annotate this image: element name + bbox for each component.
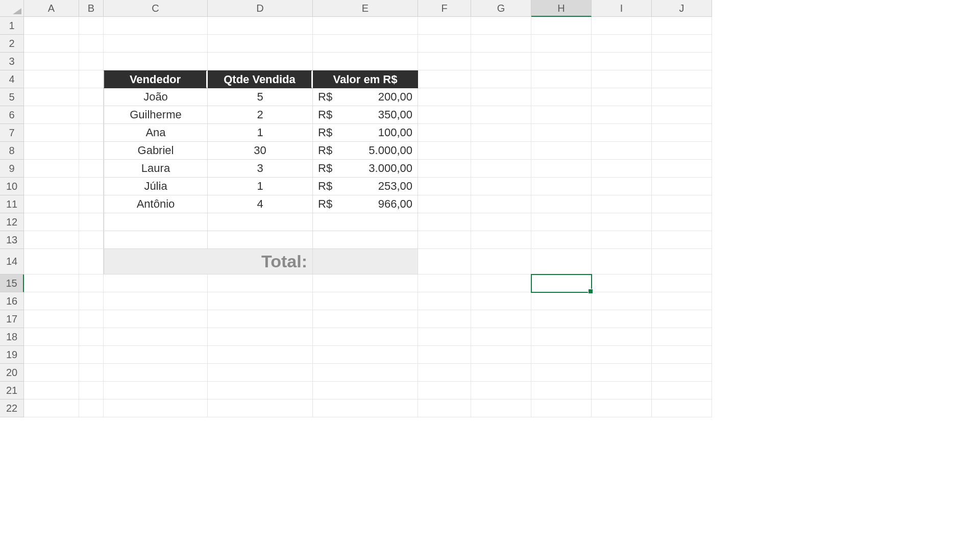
cell-C21[interactable] [104,382,208,399]
cell-A16[interactable] [24,292,79,310]
cell-G4[interactable] [471,70,531,88]
row-header-2[interactable]: 2 [0,35,24,53]
cell-E5[interactable]: R$200,00 [313,88,418,106]
col-header-D[interactable]: D [208,0,313,17]
cell-G16[interactable] [471,292,531,310]
cell-J2[interactable] [652,35,712,53]
cell-C1[interactable] [104,17,208,35]
cell-B15[interactable] [79,274,104,292]
cell-E16[interactable] [313,292,418,310]
cell-J21[interactable] [652,382,712,399]
row-header-20[interactable]: 20 [0,364,24,382]
cell-E6[interactable]: R$350,00 [313,106,418,124]
cell-C7[interactable]: Ana [104,124,208,142]
cell-I4[interactable] [592,70,652,88]
cell-D4[interactable]: Qtde Vendida [208,70,313,88]
cell-A3[interactable] [24,53,79,70]
row-header-22[interactable]: 22 [0,399,24,417]
cell-B12[interactable] [79,213,104,231]
cell-B10[interactable] [79,178,104,195]
cell-A15[interactable] [24,274,79,292]
cell-C20[interactable] [104,364,208,382]
cell-C10[interactable]: Júlia [104,178,208,195]
cell-A7[interactable] [24,124,79,142]
cell-I9[interactable] [592,160,652,178]
cell-B8[interactable] [79,142,104,160]
cell-H2[interactable] [531,35,592,53]
cell-A1[interactable] [24,17,79,35]
cell-J14[interactable] [652,249,712,274]
cell-F11[interactable] [418,195,471,213]
cell-J13[interactable] [652,231,712,249]
cell-E1[interactable] [313,17,418,35]
cell-B6[interactable] [79,106,104,124]
cell-G17[interactable] [471,310,531,328]
cell-J12[interactable] [652,213,712,231]
row-header-14[interactable]: 14 [0,249,24,274]
row-header-8[interactable]: 8 [0,142,24,160]
cell-B9[interactable] [79,160,104,178]
cell-D7[interactable]: 1 [208,124,313,142]
cell-A14[interactable] [24,249,79,274]
cell-E15[interactable] [313,274,418,292]
row-header-3[interactable]: 3 [0,53,24,70]
cell-H1[interactable] [531,17,592,35]
cell-I6[interactable] [592,106,652,124]
cell-F2[interactable] [418,35,471,53]
cell-G20[interactable] [471,364,531,382]
cell-H18[interactable] [531,328,592,346]
cell-C18[interactable] [104,328,208,346]
col-header-B[interactable]: B [79,0,104,17]
cell-E13[interactable] [313,231,418,249]
cell-F17[interactable] [418,310,471,328]
cell-A21[interactable] [24,382,79,399]
cell-I8[interactable] [592,142,652,160]
cell-I18[interactable] [592,328,652,346]
cell-J15[interactable] [652,274,712,292]
cell-E7[interactable]: R$100,00 [313,124,418,142]
cell-H20[interactable] [531,364,592,382]
cell-E8[interactable]: R$5.000,00 [313,142,418,160]
cell-B18[interactable] [79,328,104,346]
cell-I20[interactable] [592,364,652,382]
cell-H22[interactable] [531,399,592,417]
cell-E4[interactable]: Valor em R$ [313,70,418,88]
cell-D19[interactable] [208,346,313,364]
row-header-4[interactable]: 4 [0,70,24,88]
cell-F19[interactable] [418,346,471,364]
cell-J11[interactable] [652,195,712,213]
col-header-J[interactable]: J [652,0,712,17]
cell-A10[interactable] [24,178,79,195]
cell-B14[interactable] [79,249,104,274]
cell-E12[interactable] [313,213,418,231]
cell-I1[interactable] [592,17,652,35]
col-header-G[interactable]: G [471,0,531,17]
cell-G10[interactable] [471,178,531,195]
cell-A19[interactable] [24,346,79,364]
cell-C3[interactable] [104,53,208,70]
cell-H11[interactable] [531,195,592,213]
cell-A13[interactable] [24,231,79,249]
cell-J4[interactable] [652,70,712,88]
cell-C14[interactable] [104,249,208,274]
cell-H4[interactable] [531,70,592,88]
cell-J8[interactable] [652,142,712,160]
cell-D10[interactable]: 1 [208,178,313,195]
cell-E20[interactable] [313,364,418,382]
cell-H15[interactable] [531,274,592,292]
cell-A17[interactable] [24,310,79,328]
row-header-17[interactable]: 17 [0,310,24,328]
cell-F5[interactable] [418,88,471,106]
row-header-11[interactable]: 11 [0,195,24,213]
cell-I19[interactable] [592,346,652,364]
cell-B1[interactable] [79,17,104,35]
cell-D1[interactable] [208,17,313,35]
row-header-21[interactable]: 21 [0,382,24,399]
select-all-corner[interactable] [0,0,24,17]
cell-G19[interactable] [471,346,531,364]
cell-D8[interactable]: 30 [208,142,313,160]
cell-I3[interactable] [592,53,652,70]
cell-A18[interactable] [24,328,79,346]
col-header-H[interactable]: H [531,0,592,17]
cell-J22[interactable] [652,399,712,417]
